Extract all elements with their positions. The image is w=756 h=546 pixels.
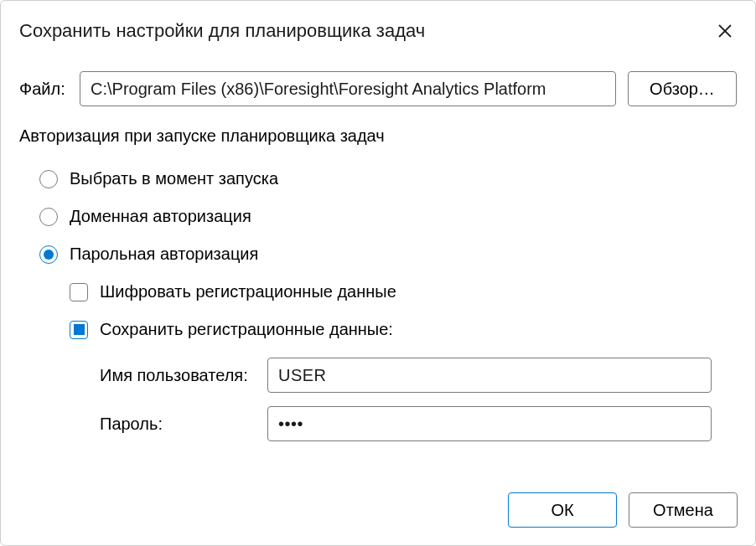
close-icon <box>717 23 733 39</box>
file-label: Файл: <box>19 80 68 99</box>
username-label: Имя пользователя: <box>100 366 267 385</box>
radio-icon <box>39 208 58 226</box>
radio-password-label: Парольная авторизация <box>70 245 258 264</box>
password-input[interactable] <box>267 406 712 441</box>
browse-button[interactable]: Обзор… <box>628 71 737 106</box>
radio-icon <box>39 170 58 188</box>
close-button[interactable] <box>713 19 737 43</box>
cancel-button[interactable]: Отмена <box>629 492 738 528</box>
radio-domain-label: Доменная авторизация <box>70 207 251 226</box>
checkbox-icon <box>70 321 88 339</box>
radio-icon <box>39 245 58 264</box>
radio-password[interactable]: Парольная авторизация <box>39 245 737 264</box>
checkbox-save[interactable]: Сохранить регистрационные данные: <box>70 320 737 339</box>
checkbox-encrypt[interactable]: Шифровать регистрационные данные <box>70 282 737 301</box>
username-input[interactable] <box>267 358 712 393</box>
file-path-input[interactable] <box>80 71 616 106</box>
password-label: Пароль: <box>100 415 267 434</box>
ok-button[interactable]: ОК <box>508 492 617 528</box>
auth-section-label: Авторизация при запуске планировщика зад… <box>19 126 737 146</box>
radio-domain[interactable]: Доменная авторизация <box>39 207 737 226</box>
checkbox-encrypt-label: Шифровать регистрационные данные <box>100 282 396 301</box>
checkbox-save-label: Сохранить регистрационные данные: <box>100 320 393 339</box>
radio-at-launch-label: Выбрать в момент запуска <box>70 169 278 188</box>
dialog-title: Сохранить настройки для планировщика зад… <box>19 20 425 42</box>
radio-at-launch[interactable]: Выбрать в момент запуска <box>39 169 737 188</box>
checkbox-icon <box>70 283 88 301</box>
